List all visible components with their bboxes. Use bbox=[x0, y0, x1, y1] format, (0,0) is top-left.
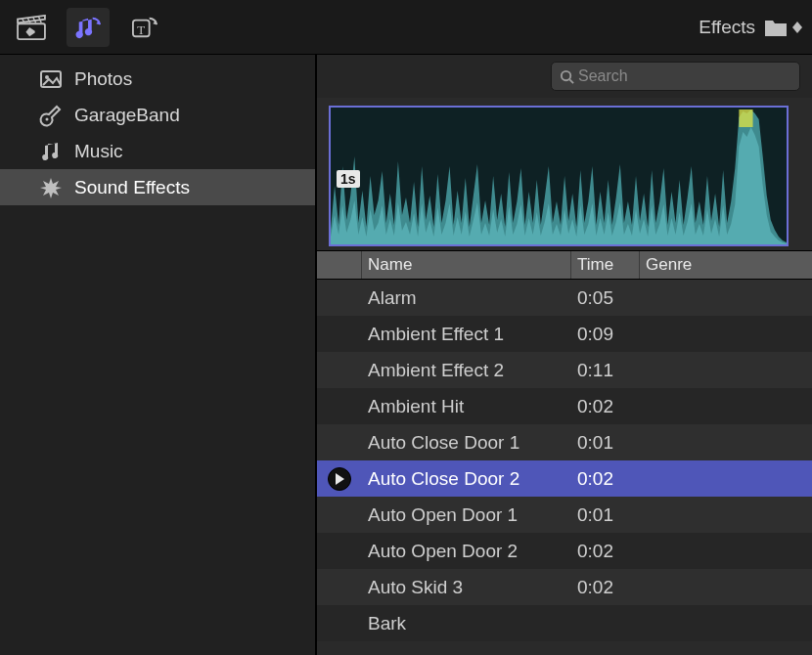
row-play-cell bbox=[317, 467, 362, 491]
search-input[interactable] bbox=[578, 67, 791, 85]
sidebar-item-music[interactable]: Music bbox=[0, 133, 315, 169]
table-row[interactable]: Alarm0:05 bbox=[317, 280, 812, 316]
burst-icon bbox=[39, 176, 63, 199]
sidebar-item-garageband[interactable]: GarageBand bbox=[0, 97, 315, 133]
row-name: Ambient Hit bbox=[362, 396, 571, 417]
search-box[interactable] bbox=[551, 62, 800, 91]
audio-browser-button[interactable] bbox=[67, 8, 110, 47]
row-time: 0:09 bbox=[571, 324, 640, 345]
music-arrow-icon bbox=[73, 15, 103, 40]
photos-icon bbox=[39, 67, 63, 91]
table-row[interactable]: Auto Open Door 20:02 bbox=[317, 533, 812, 569]
table-row[interactable]: Ambient Effect 20:11 bbox=[317, 352, 812, 388]
row-name: Auto Open Door 2 bbox=[362, 541, 571, 562]
table-row[interactable]: Auto Skid 30:02 bbox=[317, 569, 812, 605]
waveform-timestamp: 1s bbox=[337, 170, 360, 188]
row-name: Auto Close Door 2 bbox=[362, 468, 571, 490]
row-time: 0:02 bbox=[571, 396, 640, 417]
titles-browser-button[interactable] bbox=[10, 8, 53, 47]
row-time: 0:11 bbox=[571, 360, 640, 381]
row-name: Auto Skid 3 bbox=[362, 577, 571, 598]
row-name: Auto Open Door 1 bbox=[362, 504, 571, 526]
search-icon bbox=[560, 69, 574, 84]
svg-point-11 bbox=[562, 70, 570, 79]
waveform-preview[interactable]: 1s bbox=[329, 106, 789, 246]
play-button[interactable] bbox=[328, 467, 351, 491]
effects-folder-dropdown[interactable] bbox=[763, 17, 802, 38]
row-time: 0:02 bbox=[571, 577, 640, 598]
table-row[interactable]: Auto Close Door 20:02 bbox=[317, 460, 812, 497]
row-time: 0:01 bbox=[571, 504, 640, 526]
title-arrow-icon: T bbox=[130, 15, 159, 40]
sidebar-item-photos[interactable]: Photos bbox=[0, 61, 315, 97]
search-row bbox=[317, 55, 812, 98]
svg-text:T: T bbox=[137, 22, 145, 36]
chevron-up-down-icon bbox=[792, 22, 802, 33]
effects-picker-label: Effects bbox=[699, 17, 755, 38]
row-time: 0:01 bbox=[571, 432, 640, 454]
svg-line-12 bbox=[569, 79, 573, 83]
sidebar-item-label: Sound Effects bbox=[74, 177, 190, 198]
svg-point-10 bbox=[46, 117, 49, 120]
play-icon bbox=[335, 473, 344, 485]
waveform-graphic bbox=[331, 108, 787, 244]
table-body: Alarm0:05Ambient Effect 10:09Ambient Eff… bbox=[317, 280, 812, 655]
table-row[interactable]: Ambient Hit0:02 bbox=[317, 388, 812, 424]
column-header-genre[interactable]: Genre bbox=[640, 251, 812, 279]
row-name: Ambient Effect 2 bbox=[362, 360, 571, 381]
sidebar: PhotosGarageBandMusicSound Effects bbox=[0, 55, 317, 655]
svg-marker-15 bbox=[336, 473, 344, 485]
row-name: Auto Close Door 1 bbox=[362, 432, 571, 454]
table-header: Name Time Genre bbox=[317, 250, 812, 280]
table-row[interactable]: Ambient Effect 10:09 bbox=[317, 316, 812, 352]
row-time: 0:02 bbox=[571, 468, 640, 490]
waveform-area: 1s bbox=[317, 98, 812, 250]
sidebar-item-label: Photos bbox=[74, 68, 132, 90]
table-row[interactable]: Bark bbox=[317, 605, 812, 641]
row-name: Alarm bbox=[362, 287, 571, 309]
music-note-icon bbox=[39, 140, 63, 163]
table-row[interactable]: Auto Open Door 10:01 bbox=[317, 497, 812, 533]
row-time: 0:02 bbox=[571, 541, 640, 562]
row-name: Ambient Effect 1 bbox=[362, 324, 571, 345]
clapperboard-icon bbox=[17, 15, 46, 40]
column-header-play[interactable] bbox=[317, 251, 362, 279]
sidebar-item-sound-effects[interactable]: Sound Effects bbox=[0, 169, 315, 205]
column-header-time[interactable]: Time bbox=[571, 251, 640, 279]
content-pane: 1s Name Time Genre Alarm0:05Ambient Effe… bbox=[317, 55, 812, 655]
row-time: 0:05 bbox=[571, 287, 640, 309]
svg-marker-7 bbox=[792, 27, 802, 33]
svg-marker-1 bbox=[25, 27, 34, 36]
column-header-name[interactable]: Name bbox=[362, 251, 571, 279]
table-row[interactable]: Auto Close Door 10:01 bbox=[317, 424, 812, 460]
sidebar-item-label: Music bbox=[74, 141, 123, 162]
svg-rect-14 bbox=[739, 109, 752, 127]
folder-icon bbox=[763, 17, 789, 38]
sidebar-item-label: GarageBand bbox=[74, 105, 180, 126]
row-name: Bark bbox=[362, 613, 571, 634]
titles-text-browser-button[interactable]: T bbox=[123, 8, 166, 47]
guitar-icon bbox=[39, 104, 63, 127]
toolbar: T Effects bbox=[0, 0, 812, 55]
